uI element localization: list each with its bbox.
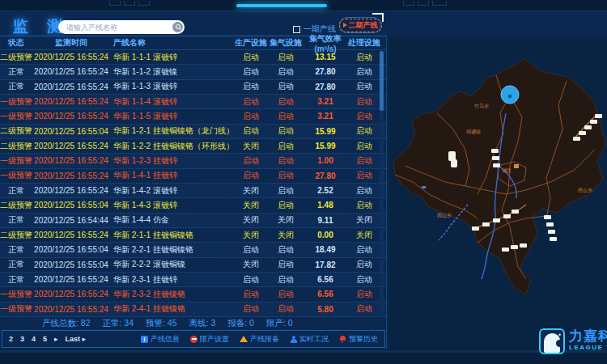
map-marker[interactable] [501, 86, 519, 104]
cell-prod: 启动 [233, 52, 269, 63]
cell-eff: 1.00 [303, 156, 348, 165]
table-row[interactable]: 正常2020/12/25 16:55:04华新 2-2-2 滚镀铜镍关闭启动17… [0, 258, 386, 273]
legend-bar: i产线信息限产设置产线报备实时工况预警历史 [141, 334, 378, 345]
scrollbar-thumb[interactable] [380, 51, 384, 111]
last-page-button[interactable]: Last ▸ [66, 335, 87, 343]
cell-gas: 启动 [269, 185, 303, 197]
search-icon[interactable] [172, 22, 183, 32]
table-row[interactable]: 一级预警2020/12/25 16:55:24华新 2-3-2 挂镀镍铬启动启动… [0, 287, 386, 302]
cell-eff: 5.80 [303, 305, 348, 314]
cell-treat: 启动 [348, 303, 380, 315]
summary-item: 报备: 0 [227, 318, 254, 329]
cell-gas: 启动 [269, 289, 303, 300]
legend-label: 实时工况 [299, 334, 329, 345]
table-header-row: 状态监测时间产线名称生产设施集气设施集气效率(m³/s)处理设施 [0, 36, 386, 50]
limit-icon [190, 336, 197, 343]
summary-item: 产线总数: 82 [42, 318, 91, 329]
cell-time: 2020/12/25 16:55:24 [32, 231, 110, 239]
table-row[interactable]: 二级预警2020/12/25 16:55:24华新 1-2-2 挂镀铜镍铬（环形… [0, 139, 386, 154]
legend-info[interactable]: i产线信息 [141, 334, 180, 345]
cell-status: 一级预警 [0, 155, 32, 167]
search-input[interactable] [58, 23, 172, 32]
legend-history[interactable]: 预警历史 [339, 334, 378, 345]
legend-limit[interactable]: 限产设置 [190, 334, 229, 345]
checkbox-icon[interactable] [293, 26, 300, 33]
summary-item: 预警: 45 [146, 318, 177, 329]
cell-prod: 启动 [233, 81, 269, 92]
cell-status: 正常 [0, 81, 32, 92]
cell-name: 华新 2-2-2 滚镀铜镍 [110, 259, 233, 270]
cell-eff: 0.00 [303, 231, 348, 239]
cell-status: 正常 [0, 244, 32, 256]
table-row[interactable]: 正常2020/12/25 16:55:24华新 1-1-2 滚镀镍启动启动27.… [0, 65, 386, 79]
table-row[interactable]: 正常2020/12/25 16:55:24华新 1-1-3 滚镀锌启动启动27.… [0, 80, 386, 95]
flag-icon [343, 23, 347, 28]
table-scrollbar[interactable] [380, 51, 384, 317]
cell-time: 2020/12/25 16:55:24 [32, 171, 110, 180]
cell-eff: 9.11 [303, 216, 348, 225]
cell-gas: 启动 [269, 200, 303, 211]
decor-rect [403, 1, 414, 6]
city-center-block [514, 164, 519, 168]
cell-treat: 启动 [348, 244, 380, 256]
legend-label: 产线报备 [250, 334, 279, 345]
column-header: 生产设施 [233, 37, 269, 49]
cell-time: 2020/12/25 16:54:44 [32, 216, 110, 225]
cell-prod: 关闭 [233, 214, 269, 226]
cell-gas: 启动 [269, 125, 303, 137]
page-button[interactable]: 5 [43, 335, 47, 343]
cell-time: 2020/12/25 16:55:24 [32, 97, 110, 106]
cell-name: 华新 2-2-1 挂镀铜镍铬 [110, 244, 233, 256]
top-decor-strip [0, 0, 607, 11]
table-row[interactable]: 正常2020/12/25 16:55:24华新 1-4-2 滚镀锌关闭启动2.5… [0, 184, 386, 198]
table-row[interactable]: 二级预警2020/12/25 16:55:04华新 1-2-1 挂镀铜镍铬（龙门… [0, 125, 386, 139]
cell-gas: 启动 [269, 141, 303, 152]
table-row[interactable]: 二级预警2020/12/25 16:55:04华新 1-4-3 滚镀锌关闭启动1… [0, 198, 386, 213]
page-button[interactable]: 2 [9, 335, 13, 343]
cell-treat: 启动 [348, 185, 380, 197]
city-map: 竹马乡 琅琊镇 城区 西山乡 园山乡 [388, 36, 607, 349]
cell-treat: 启动 [348, 52, 380, 63]
cell-name: 华新 1-2-1 挂镀铜镍铬（龙门线） [110, 125, 233, 137]
map-panel: 竹马乡 琅琊镇 城区 西山乡 园山乡 [388, 36, 607, 349]
page-button[interactable]: 3 [20, 335, 24, 343]
table-row[interactable]: 正常2020/12/25 16:54:44华新 1-4-4 仿金关闭关闭9.11… [0, 214, 386, 228]
cell-gas: 启动 [269, 244, 303, 256]
cell-name: 华新 1-1-5 滚镀锌 [110, 111, 233, 122]
cell-gas: 关闭 [269, 214, 303, 226]
next-page-button[interactable]: ▸ [54, 335, 58, 343]
column-header: 状态 [0, 37, 32, 49]
cell-name: 华新 1-2-2 挂镀铜镍铬（环形线） [110, 141, 233, 152]
search-box[interactable] [58, 20, 185, 34]
table-row[interactable]: 一级预警2020/12/25 16:55:24华新 1-2-3 挂镀锌启动启动1… [0, 154, 386, 168]
cell-treat: 启动 [348, 259, 380, 270]
table-row[interactable]: 正常2020/12/25 16:55:24华新 2-3-1 挂镀锌启动启动6.5… [0, 273, 386, 287]
cell-eff: 1.48 [303, 201, 348, 210]
monitoring-dashboard: 监 测 一期产线 二期产线 状态监测时间产线名称生产设施集气设施集气效率(m³/… [0, 0, 607, 364]
cell-prod: 关闭 [233, 200, 269, 211]
map-place-label: 西山乡 [578, 188, 592, 193]
legend-label: 限产设置 [200, 334, 229, 345]
cell-eff: 3.21 [303, 112, 348, 121]
table-row[interactable]: 一级预警2020/12/25 16:55:24华新 1-1-4 滚镀锌启动启动3… [0, 95, 386, 109]
table-row[interactable]: 二级预警2020/12/25 16:55:24华新 1-1-1 滚镀锌启动启动1… [0, 50, 386, 65]
cell-gas: 启动 [269, 52, 303, 63]
page-button[interactable]: 4 [32, 335, 36, 343]
cell-treat: 启动 [348, 125, 380, 137]
table-row[interactable]: 一级预警2020/12/25 16:55:24华新 1-1-5 滚镀锌启动启动3… [0, 109, 386, 124]
summary-bar: 产线总数: 82正常: 34预警: 45离线: 3报备: 0限产: 0 [0, 317, 386, 330]
logo-name-en: LEAGUE TECH [569, 344, 607, 351]
cell-prod: 启动 [233, 96, 269, 108]
corner-bracket [372, 13, 384, 22]
table-row[interactable]: 一级预警2020/12/25 16:55:24华新 2-4-1 挂镀镍铬启动启动… [0, 303, 386, 317]
cell-status: 一级预警 [0, 96, 32, 108]
legend-status[interactable]: 实时工况 [290, 334, 329, 345]
table-row[interactable]: 二级预警2020/12/25 16:55:24华新 2-1-1 挂镀铜镍铬关闭关… [0, 228, 386, 243]
table-row[interactable]: 一级预警2020/12/25 16:55:24华新 1-4-1 挂镀锌启动启动2… [0, 169, 386, 184]
cell-time: 2020/12/25 16:55:24 [32, 305, 110, 314]
cell-prod: 启动 [233, 274, 269, 286]
legend-report[interactable]: 产线报备 [240, 334, 279, 345]
cell-gas: 关闭 [269, 230, 303, 241]
table-row[interactable]: 正常2020/12/25 16:55:04华新 2-2-1 挂镀铜镍铬启动启动1… [0, 243, 386, 257]
cell-treat: 启动 [348, 66, 380, 78]
